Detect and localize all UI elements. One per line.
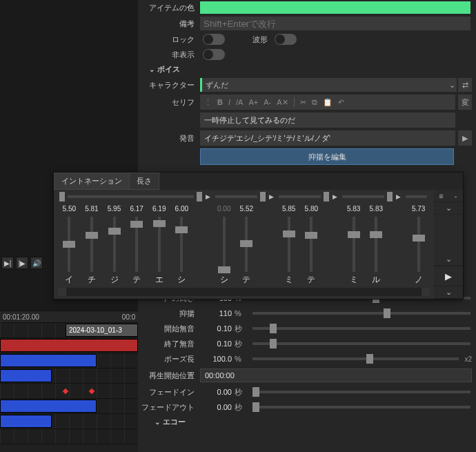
memo-input[interactable] xyxy=(200,17,470,30)
mora-value[interactable]: 5.85 xyxy=(282,205,295,215)
play-icon[interactable]: ▶ xyxy=(204,193,212,200)
pre-silence-value[interactable]: 0.10 xyxy=(200,324,235,333)
fadein-slider[interactable] xyxy=(252,391,470,393)
pause-value[interactable]: 100.0 xyxy=(200,355,235,363)
track-row[interactable] xyxy=(0,384,138,399)
echo-section[interactable]: ⌄ エコー xyxy=(150,415,476,429)
mora-value[interactable]: 0.00 xyxy=(217,205,230,215)
phrase-segment[interactable] xyxy=(68,195,194,198)
clip[interactable] xyxy=(0,354,97,367)
mora-slider[interactable] xyxy=(113,217,116,272)
intonation-scrollbar[interactable] xyxy=(58,288,430,296)
play-icon[interactable]: ▶ xyxy=(394,193,403,200)
mora-slider[interactable] xyxy=(135,217,138,272)
mora-slider[interactable] xyxy=(310,217,313,272)
fadeout-slider[interactable] xyxy=(252,406,470,409)
mora-slider[interactable] xyxy=(375,217,377,272)
phrase-handle[interactable] xyxy=(324,192,329,202)
mora-slider[interactable] xyxy=(180,217,183,272)
phrase-segment[interactable] xyxy=(279,195,321,198)
mora-value[interactable]: 6.00 xyxy=(175,205,188,215)
play-icon[interactable]: ▶ xyxy=(267,193,276,200)
track-row[interactable]: 2024-03-10_01-3 xyxy=(0,323,138,338)
track-row[interactable] xyxy=(0,338,138,353)
mora-slider[interactable] xyxy=(417,217,420,272)
character-select[interactable]: ずんだ ⌄ xyxy=(200,78,457,92)
mora-value[interactable]: 5.52 xyxy=(240,205,253,215)
phrase-handle[interactable] xyxy=(387,192,393,202)
phrase-start-handle[interactable] xyxy=(59,192,65,202)
change-button[interactable]: 変 xyxy=(458,95,472,110)
timeline-ruler[interactable]: 00:01:20.00 00:0 xyxy=(0,311,138,323)
play-all-button[interactable]: ▶ xyxy=(434,266,463,286)
cut-button[interactable]: ✂ xyxy=(300,98,306,107)
mora-value[interactable]: 5.95 xyxy=(108,205,121,215)
mora-slider[interactable] xyxy=(353,217,355,272)
track-row[interactable] xyxy=(0,353,138,369)
mora-value[interactable]: 6.17 xyxy=(130,205,143,215)
phrase-handle[interactable] xyxy=(197,192,202,202)
size-down-button[interactable]: A- xyxy=(264,98,271,106)
pause-slider[interactable] xyxy=(252,357,459,360)
pron-input[interactable]: イチジテ'エシ/_シテ'/ミ'テ/ミ'ル/ノダ' xyxy=(200,130,455,146)
mora-slider[interactable] xyxy=(245,217,248,272)
mora-value[interactable]: 5.73 xyxy=(412,205,425,215)
mora-value[interactable]: 5.83 xyxy=(370,205,383,215)
size-up-button[interactable]: A+ xyxy=(248,98,258,106)
clip[interactable] xyxy=(0,339,138,352)
phrase-segment[interactable] xyxy=(342,195,384,198)
more-icon[interactable]: ⋮ xyxy=(204,98,212,107)
copy-button[interactable]: ⧉ xyxy=(312,98,317,107)
voice-section[interactable]: ⌄ ボイス xyxy=(145,62,476,77)
play-icon[interactable]: ▶ xyxy=(330,193,339,200)
dropdown-button[interactable]: ⌄ xyxy=(434,253,463,266)
edit-intonation-button[interactable]: 抑揚を編集 xyxy=(200,148,454,165)
serif-textarea[interactable]: 一時停止して見てみるのだ xyxy=(200,112,455,128)
pre-silence-slider[interactable] xyxy=(252,327,470,330)
undo-button[interactable]: ↶ xyxy=(338,98,344,107)
mora-slider[interactable] xyxy=(288,217,290,272)
paste-button[interactable]: 📋 xyxy=(323,98,333,107)
tab-intonation[interactable]: イントネーション xyxy=(54,173,130,190)
menu-button[interactable]: ≡ xyxy=(434,190,448,202)
minus-button[interactable]: - xyxy=(448,190,463,202)
clip[interactable] xyxy=(0,400,97,413)
mora-slider[interactable] xyxy=(158,217,161,272)
clip[interactable] xyxy=(0,415,52,428)
mora-value[interactable]: 5.50 xyxy=(63,205,76,215)
dropdown-button[interactable]: ⌄ xyxy=(434,202,463,215)
mora-value[interactable]: 5.81 xyxy=(85,205,98,215)
mora-value[interactable]: 5.80 xyxy=(305,205,318,215)
next-frame-button[interactable]: |▶ xyxy=(16,257,28,269)
mora-slider[interactable] xyxy=(90,217,93,272)
italic-button[interactable]: I xyxy=(228,98,230,106)
clear-format-button[interactable]: A✕ xyxy=(277,98,288,107)
post-silence-slider[interactable] xyxy=(252,342,470,345)
intonation-slider[interactable] xyxy=(252,312,470,315)
track-row[interactable] xyxy=(0,399,138,414)
mora-slider[interactable] xyxy=(68,217,70,272)
start-pos-input[interactable]: 00:00:00 xyxy=(200,369,472,382)
phrase-segment[interactable] xyxy=(406,195,427,198)
clip[interactable] xyxy=(0,369,52,382)
tab-length[interactable]: 長さ xyxy=(129,173,159,190)
post-silence-value[interactable]: 0.10 xyxy=(200,340,235,348)
mora-slider[interactable] xyxy=(223,217,226,272)
bold-button[interactable]: B xyxy=(217,98,223,106)
clip[interactable]: 2024-03-10_01-3 xyxy=(66,324,138,337)
fadein-value[interactable]: 0.00 xyxy=(200,388,235,396)
intonation-value[interactable]: 110 xyxy=(200,309,235,317)
mora-value[interactable]: 6.19 xyxy=(152,205,166,215)
track-row[interactable] xyxy=(0,369,138,384)
mora-value[interactable]: 5.83 xyxy=(347,205,360,215)
marker-icon[interactable] xyxy=(89,389,95,394)
marker-icon[interactable] xyxy=(63,389,68,394)
swap-character-button[interactable]: ⇄ xyxy=(458,78,472,92)
track-row[interactable] xyxy=(0,429,138,444)
wave-toggle[interactable] xyxy=(275,34,297,45)
dropdown-button[interactable]: ⌄ xyxy=(434,286,463,299)
phrase-handle[interactable] xyxy=(260,192,266,202)
lock-toggle[interactable] xyxy=(203,34,225,45)
play-pron-button[interactable]: ▶ xyxy=(458,130,472,146)
track-row[interactable] xyxy=(0,414,138,429)
